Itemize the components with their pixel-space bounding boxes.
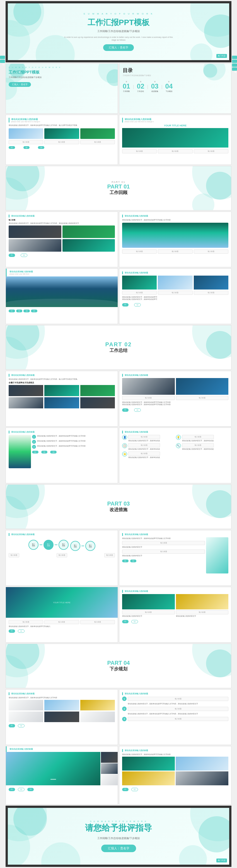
btn8-3[interactable]: 03 [50, 451, 57, 454]
ll2-label[interactable]: 输入标题 [128, 707, 228, 711]
input-label-r2[interactable]: 输入标题 [158, 149, 192, 153]
lbl-4-1[interactable]: 输入标题 [122, 249, 157, 254]
il5-1[interactable]: 输入标题 [122, 291, 157, 295]
btn8-2[interactable]: 02 [41, 451, 48, 454]
bbt1[interactable]: 01 [9, 788, 15, 791]
btn-row-1: 01 02 03 [9, 145, 115, 149]
slide-row-3: 请在此处添加输入您的标题 please enter your title her… [6, 115, 231, 165]
il7-2[interactable]: 输入标题 [176, 396, 229, 400]
wave-btn4[interactable]: 04 [31, 310, 37, 312]
panel-hdr-3: 请在此处添加输入您的标题 [9, 215, 115, 217]
ail1[interactable]: 输入标题 [9, 620, 43, 624]
ag4 [9, 712, 43, 722]
input-label-3[interactable]: 输入标题 [80, 140, 115, 144]
text-4: 请在此处输入您的内容文字，鼠标单击此处即可开始输入文字内容 [122, 219, 228, 221]
btn7-02[interactable]: 02 [134, 408, 141, 412]
il7-1[interactable]: 输入标题 [122, 396, 175, 400]
lbl-4-3[interactable]: 输入标题 [194, 249, 228, 254]
il5-2[interactable]: 输入标题 [158, 291, 192, 295]
ail3[interactable]: 输入标题 [80, 620, 115, 624]
mosaic-grid [122, 757, 228, 785]
sidebar-left: 进 店 [0, 56, 5, 63]
il-ic3[interactable]: 输入标题 [128, 452, 160, 456]
sec2-part-label: PART 02 [105, 341, 132, 348]
il5-3[interactable]: 输入标题 [194, 291, 228, 295]
aerial-label: YOUR TITLE HERE [53, 601, 71, 603]
photo-grid-3 [9, 225, 115, 252]
il10-1[interactable]: 输入标题 [122, 541, 205, 545]
abn2[interactable]: 02 [18, 629, 25, 633]
bbt2[interactable]: 02 [18, 788, 25, 791]
panel-t4: 请在此处添加输入您的标题 [125, 215, 228, 217]
btn-03[interactable]: 03 [38, 146, 44, 149]
slide2-btn[interactable]: 汇报人：贵名字 [9, 82, 31, 87]
mpb1[interactable]: 01 [122, 620, 129, 623]
sidebar-btn-contact4[interactable]: 服 [232, 67, 237, 71]
art-title: 请在此处添加输入您的标题 [11, 692, 115, 695]
mp-il2[interactable]: 输入标题 [176, 610, 229, 614]
input-label-1[interactable]: 输入标题 [9, 140, 43, 144]
input-label-r1[interactable]: 输入标题 [122, 149, 157, 153]
bsp2 [101, 763, 118, 774]
sidebar-btn-enter[interactable]: 进 [0, 56, 5, 59]
btn-02[interactable]: 02 [23, 146, 30, 149]
main-point-3: 输入标题 [9, 219, 115, 221]
toc-item-1: 第 01 工作回顾 [123, 81, 130, 93]
ail2[interactable]: 输入标题 [44, 620, 79, 624]
il10-2[interactable]: 输入标题 [122, 550, 205, 554]
sidebar-btn-contact1[interactable]: 联 [232, 56, 237, 59]
cl3 [81, 546, 84, 546]
btn3-02[interactable]: 02 [21, 254, 28, 257]
btn5-02[interactable]: 02 [134, 303, 141, 307]
wave-btn1[interactable]: 01 [9, 310, 15, 312]
sidebar-btn-contact2[interactable]: 系 [232, 60, 237, 63]
abn1[interactable]: 01 [9, 629, 15, 633]
main-text-3: 请在此处输入您的内容文字，鼠标单击此处即可开始输入文字内容，请在此处输入您的内容… [9, 222, 115, 224]
artb1[interactable]: 01 [9, 724, 15, 727]
btn10-1[interactable]: 01 [122, 560, 129, 562]
wave-btn3[interactable]: 03 [23, 310, 30, 312]
cl-1[interactable]: 输入标题 [9, 553, 19, 557]
cover-reporter-btn[interactable]: 汇报人：贵名字 [103, 44, 134, 51]
slide2-subtitle: S U M M A R Y O F O U R W O R K [9, 66, 115, 68]
il-ic2[interactable]: 输入标题 [128, 443, 160, 447]
mp-il1[interactable]: 输入标题 [122, 610, 175, 614]
boat-title: 请在此处添加输入您的标题 [9, 748, 115, 750]
mob2[interactable]: 02 [131, 788, 138, 791]
input-label-r3[interactable]: 输入标题 [194, 149, 228, 153]
ll1: 1 输入标题 [122, 696, 228, 701]
artb2[interactable]: 02 [18, 724, 25, 727]
il-ic4[interactable]: 输入标题 [182, 435, 214, 439]
mp-btns: 01 02 [122, 619, 228, 623]
cl-2[interactable]: 输入标题 [57, 553, 67, 557]
aerial-photo [122, 128, 228, 148]
col-10-left: 请在此处输入您的内容文字，鼠标单击此处即可开始输入文字内容 输入标题 请在此处输… [122, 537, 205, 574]
cl-3[interactable]: 输入标题 [104, 553, 115, 557]
mob1[interactable]: 01 [122, 788, 129, 791]
wave-btn2[interactable]: 02 [16, 310, 23, 312]
il-ic1[interactable]: 输入标题 [128, 435, 160, 439]
mpb2[interactable]: 02 [131, 620, 138, 623]
btn7-01[interactable]: 01 [122, 408, 129, 412]
btn5-01[interactable]: 01 [122, 303, 129, 307]
btn10-2[interactable]: 02 [130, 560, 137, 562]
sidebar-btn-shop[interactable]: 店 [0, 60, 5, 63]
btn-01[interactable]: 01 [9, 146, 15, 149]
bbt3[interactable]: 03 [27, 788, 34, 791]
slide-content-4: 请在此处添加输入您的标题 请在此处输入您的内容文字，鼠标单击此处即可开始输入文字… [119, 212, 231, 267]
mg2 [176, 757, 228, 771]
ll3-label[interactable]: 输入标题 [128, 717, 228, 721]
slide-content-11: 请在此处添加输入您的标题 1 输入标题 请在此处输入您的内容文字，鼠标单击此处即… [119, 689, 231, 745]
btn3-01[interactable]: 01 [9, 254, 15, 257]
ll1-label[interactable]: 输入标题 [128, 697, 228, 701]
toc-item-3: 第 03 改进措施 [151, 81, 159, 93]
btn8-1[interactable]: 01 [32, 451, 38, 454]
il-ic5[interactable]: 输入标题 [182, 443, 214, 447]
lbl-4-2[interactable]: 输入标题 [158, 249, 192, 254]
input-label-2[interactable]: 输入标题 [44, 140, 79, 144]
ic5: 🔧 [176, 443, 181, 448]
sidebar-btn-contact3[interactable]: 客 [232, 63, 237, 67]
end-reporter-btn[interactable]: 汇报人：贵名字 [101, 845, 136, 852]
city1 [122, 378, 175, 395]
ic1-text: 输入标题 请在此处输入您的内容文字，鼠标单击此处 [128, 435, 160, 442]
